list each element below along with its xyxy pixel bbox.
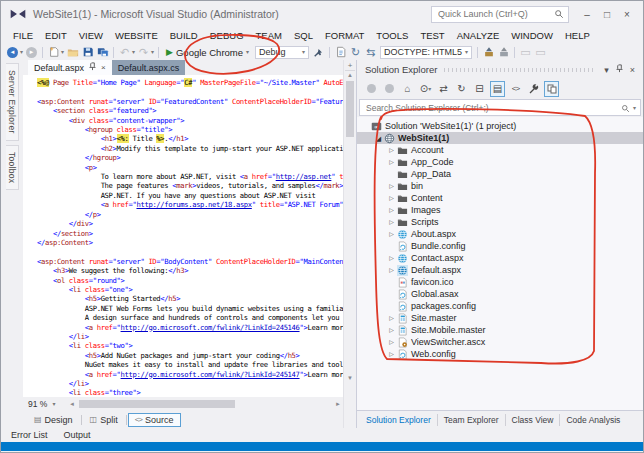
- search-icon[interactable]: [554, 5, 564, 23]
- collapse-all-button[interactable]: ⊟: [472, 81, 487, 97]
- sync-with-active-document-button[interactable]: ⇄: [436, 81, 451, 97]
- scroll-up-arrow[interactable]: ▲: [347, 71, 353, 79]
- open-file-button[interactable]: [65, 45, 80, 60]
- menu-item-build[interactable]: BUILD: [164, 28, 204, 43]
- tree-item-scripts[interactable]: ▷Scripts: [357, 216, 643, 228]
- tree-item-web-config[interactable]: ▷Web.config: [357, 348, 643, 360]
- tab-default-aspx-cs[interactable]: Default.aspx.cs: [112, 60, 186, 75]
- panel-tab-solution-explorer[interactable]: Solution Explorer: [360, 414, 438, 426]
- tree-item-packages-config[interactable]: packages.config: [357, 300, 643, 312]
- scope-button[interactable]: ⊙▾: [418, 81, 433, 97]
- tree-item-site-master[interactable]: ▷Site.master: [357, 312, 643, 324]
- home-button[interactable]: ⌂: [400, 81, 415, 97]
- sidebar-tab-toolbox[interactable]: Toolbox: [6, 145, 19, 190]
- menu-item-team[interactable]: TEAM: [250, 28, 288, 43]
- tree-item-viewswitcher-ascx[interactable]: ▷ViewSwitcher.ascx: [357, 336, 643, 348]
- pin-icon[interactable]: [88, 62, 97, 73]
- panel-tab-code-analysis[interactable]: Code Analysis: [560, 414, 626, 426]
- sidebar-tab-server-explorer[interactable]: Server Explorer: [6, 63, 19, 141]
- panel-tab-team-explorer[interactable]: Team Explorer: [438, 414, 506, 426]
- refresh-button[interactable]: ↻: [454, 81, 469, 97]
- horizontal-scrollbar-thumb[interactable]: [79, 400, 235, 408]
- expander-collapsed-icon[interactable]: ▷: [387, 255, 396, 261]
- tree-item-favicon-ico[interactable]: favicon.ico: [357, 276, 643, 288]
- expander-collapsed-icon[interactable]: ▷: [387, 351, 396, 357]
- menu-item-analyze[interactable]: ANALYZE: [451, 28, 506, 43]
- menu-item-tools[interactable]: TOOLS: [370, 28, 414, 43]
- tree-item-global-asax[interactable]: Global.asax: [357, 288, 643, 300]
- editor-splitter-handle[interactable]: +: [345, 60, 355, 71]
- close-icon[interactable]: ×: [626, 65, 639, 75]
- expander-collapsed-icon[interactable]: ▷: [387, 159, 396, 165]
- save-all-button[interactable]: [95, 45, 110, 60]
- zoom-level-select[interactable]: 91 %▾: [25, 399, 65, 409]
- tree-item-app-code[interactable]: ▷App_Code: [357, 156, 643, 168]
- close-button[interactable]: ×: [617, 5, 637, 23]
- vertical-scrollbar-track[interactable]: [344, 79, 356, 374]
- solution-search[interactable]: ▾: [359, 99, 641, 116]
- expander-collapsed-icon[interactable]: ▷: [387, 339, 396, 345]
- scroll-left-arrow[interactable]: ◄: [67, 401, 77, 407]
- tree-item-bundle-config[interactable]: Bundle.config: [357, 240, 643, 252]
- menu-item-test[interactable]: TEST: [414, 28, 450, 43]
- package-button[interactable]: [496, 45, 511, 60]
- tree-item-website1-1[interactable]: ◢WebSite1(1): [357, 132, 643, 144]
- tab-default-aspx[interactable]: Default.aspx×: [28, 60, 112, 75]
- search-icon[interactable]: [621, 99, 630, 117]
- tree-item-images[interactable]: ▷Images: [357, 204, 643, 216]
- menu-item-window[interactable]: WINDOW: [505, 28, 559, 43]
- view-tab-split[interactable]: ◫Split: [83, 413, 125, 427]
- page-inspector-button[interactable]: [333, 45, 348, 60]
- tree-item-contact-aspx[interactable]: ▷Contact.aspx: [357, 252, 643, 264]
- expander-collapsed-icon[interactable]: ▷: [387, 315, 396, 321]
- tree-item-about-aspx[interactable]: ▷About.aspx: [357, 228, 643, 240]
- menu-item-website[interactable]: WEBSITE: [109, 28, 164, 43]
- publish-button[interactable]: [481, 45, 496, 60]
- horizontal-scrollbar[interactable]: [79, 399, 331, 409]
- expander-collapsed-icon[interactable]: ▷: [387, 147, 396, 153]
- menu-item-format[interactable]: FORMAT: [319, 28, 370, 43]
- settings-button[interactable]: [526, 81, 541, 97]
- expander-collapsed-icon[interactable]: ▷: [387, 231, 396, 237]
- minimize-button[interactable]: –: [577, 5, 597, 23]
- debug-config-select[interactable]: Debug▾: [255, 46, 309, 59]
- quick-launch[interactable]: [431, 6, 569, 23]
- bottom-tab-error-list[interactable]: Error List: [11, 430, 48, 440]
- expander-collapsed-icon[interactable]: ▷: [387, 207, 396, 213]
- tree-item-bin[interactable]: ▷bin: [357, 180, 643, 192]
- code-editor[interactable]: <%@ Page Title="Home Page" Language="C#"…: [23, 75, 343, 397]
- new-project-button[interactable]: ▾: [46, 45, 65, 60]
- view-code-button[interactable]: <>: [508, 81, 523, 97]
- expander-collapsed-icon[interactable]: ▷: [387, 195, 396, 201]
- show-all-files-button[interactable]: [544, 81, 559, 97]
- tree-item-solution-website1-1-1-project[interactable]: ∞Solution 'WebSite1(1)' (1 project): [357, 120, 643, 132]
- panel-tab-class-view[interactable]: Class View: [506, 414, 561, 426]
- menu-item-debug[interactable]: DEBUG: [204, 28, 250, 43]
- menu-item-sql[interactable]: SQL: [288, 28, 319, 43]
- solution-search-input[interactable]: [364, 102, 618, 114]
- nav-back-button[interactable]: ◄▾: [5, 45, 24, 60]
- menu-item-help[interactable]: HELP: [559, 28, 596, 43]
- chevron-down-icon[interactable]: ▾: [600, 65, 613, 75]
- bottom-tab-output[interactable]: Output: [64, 430, 91, 440]
- tree-item-app-data[interactable]: App_Data: [357, 168, 643, 180]
- save-button[interactable]: [80, 45, 95, 60]
- tree-item-account[interactable]: ▷Account: [357, 144, 643, 156]
- properties-button[interactable]: ▤: [490, 81, 505, 97]
- doctype-select[interactable]: DOCTYPE: HTML5▾: [380, 46, 472, 59]
- view-tab-design[interactable]: ▤Design: [27, 413, 80, 427]
- quick-launch-input[interactable]: [436, 8, 554, 20]
- tree-item-content[interactable]: ▷Content: [357, 192, 643, 204]
- expander-collapsed-icon[interactable]: ▷: [387, 267, 396, 273]
- maximize-button[interactable]: □: [597, 5, 617, 23]
- refresh-linked-browsers-button[interactable]: ↻: [348, 45, 363, 60]
- scroll-right-arrow[interactable]: ►: [333, 401, 343, 407]
- editor-vertical-scrollbar[interactable]: + ▲ ▼: [343, 60, 356, 428]
- close-icon[interactable]: ×: [101, 64, 106, 72]
- expander-expanded-icon[interactable]: ◢: [374, 135, 383, 142]
- vertical-scrollbar-thumb[interactable]: [346, 81, 354, 137]
- run-button[interactable]: ▶Google Chrome▾: [162, 45, 253, 60]
- tree-item-default-aspx[interactable]: ▷Default.aspx: [357, 264, 643, 276]
- browser-link-button[interactable]: ⇆: [363, 45, 378, 60]
- expander-collapsed-icon[interactable]: ▷: [387, 183, 396, 189]
